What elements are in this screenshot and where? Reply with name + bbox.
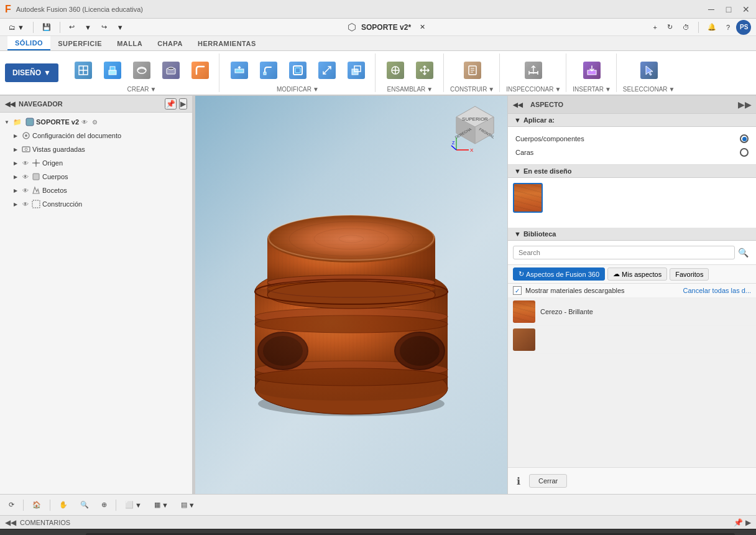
- refresh-button[interactable]: ↻: [663, 21, 676, 34]
- shell-button[interactable]: [284, 55, 311, 86]
- move-button[interactable]: [411, 55, 438, 86]
- tab-favoritos[interactable]: Favoritos: [670, 268, 709, 281]
- display-mode-button[interactable]: ⬜ ▼: [121, 498, 145, 513]
- tree-arrow-cuerpos: ▶: [11, 172, 20, 181]
- close-button[interactable]: ✕: [741, 4, 751, 14]
- tab-chapa[interactable]: CHAPA: [150, 36, 190, 50]
- tl-play-button[interactable]: ▶: [37, 533, 51, 536]
- cancel-download-link[interactable]: Cancelar todas las d...: [683, 287, 751, 294]
- svg-point-7: [168, 67, 174, 70]
- fillet2-button[interactable]: [255, 55, 282, 86]
- new-component-button[interactable]: [70, 55, 97, 86]
- save-button[interactable]: 💾: [39, 21, 55, 34]
- tree-item-soporte[interactable]: ▼ 📁 SOPORTE v2 👁 ⚙: [0, 115, 192, 129]
- redo-button[interactable]: ↪: [98, 21, 111, 34]
- tree-vis-eye-bocetos[interactable]: 👁: [21, 186, 30, 195]
- home-view-button[interactable]: 🏠: [29, 498, 45, 513]
- tl-first-button[interactable]: ⏮: [5, 533, 19, 536]
- navigator-more-button[interactable]: ▶: [179, 98, 187, 109]
- fillet-button[interactable]: [187, 55, 214, 86]
- cerrar-button[interactable]: Cerrar: [529, 474, 567, 488]
- profile-button[interactable]: PS: [736, 20, 751, 35]
- notifications-button[interactable]: 🔔: [704, 21, 720, 34]
- tl-prev-button[interactable]: ◀: [21, 533, 35, 536]
- zoom-button[interactable]: 🔍: [76, 498, 93, 513]
- close-document-button[interactable]: ✕: [416, 21, 429, 34]
- maximize-button[interactable]: □: [724, 4, 734, 14]
- undo-dropdown[interactable]: ▼: [81, 21, 95, 34]
- scale-button[interactable]: [313, 55, 341, 86]
- aplicar-section-header[interactable]: ▼ Aplicar a:: [508, 114, 756, 127]
- file-menu-button[interactable]: 🗂 ▼: [5, 21, 28, 34]
- tl-next-button[interactable]: ▶▶: [53, 533, 67, 536]
- tree-item-bocetos[interactable]: ▶ 👁 Bocetos: [0, 184, 192, 197]
- comments-expand-button[interactable]: ▶: [745, 518, 751, 527]
- comments-pin-button[interactable]: 📌: [734, 518, 743, 527]
- pan-button[interactable]: ✋: [55, 498, 71, 513]
- tab-mis-aspectos[interactable]: ☁ Mis aspectos: [607, 268, 667, 281]
- measure-button[interactable]: [520, 55, 547, 86]
- undo-button[interactable]: ↩: [65, 21, 78, 34]
- tree-item-cuerpos[interactable]: ▶ 👁 Cuerpos: [0, 170, 192, 184]
- grid-button[interactable]: ▦ ▼: [150, 498, 172, 513]
- design-material-thumb[interactable]: [513, 183, 543, 213]
- tab-malla[interactable]: MALLA: [109, 36, 150, 50]
- diseno-section-header[interactable]: ▼ En este diseño: [508, 165, 756, 178]
- tree-item-vistas[interactable]: ▶ Vistas guardadas: [0, 142, 192, 156]
- minimize-button[interactable]: ─: [706, 4, 716, 14]
- joint-button[interactable]: [382, 55, 409, 86]
- navigator-collapse-icon[interactable]: ◀◀: [5, 100, 15, 108]
- press-pull-button[interactable]: [226, 55, 253, 86]
- search-input[interactable]: [513, 246, 735, 259]
- orbit-button[interactable]: ⟳: [5, 498, 18, 513]
- navigator-pin-button[interactable]: 📌: [165, 98, 177, 109]
- main-layout: ◀◀ NAVEGADOR 📌 ▶ ▼ 📁 SOPORTE v2 👁 ⚙ ▶: [0, 96, 756, 494]
- fit-button[interactable]: ⊕: [98, 498, 111, 513]
- tab-solido[interactable]: SÓLIDO: [7, 36, 50, 50]
- help-button[interactable]: ?: [722, 21, 734, 34]
- tl-settings-button[interactable]: ⚙: [737, 533, 751, 536]
- diseno-button[interactable]: DISEÑO ▼: [5, 63, 58, 82]
- tree-vis-eye-origen[interactable]: 👁: [21, 159, 30, 167]
- tree-item-config[interactable]: ▶ Configuración del documento: [0, 129, 192, 142]
- add-tab-button[interactable]: +: [649, 21, 660, 34]
- info-button[interactable]: ℹ: [513, 474, 524, 488]
- material-item-cerezo[interactable]: Cerezo - Brillante: [508, 298, 756, 326]
- revolve-button[interactable]: [128, 55, 155, 86]
- extrude-button[interactable]: [99, 55, 126, 86]
- tree-item-construccion[interactable]: ▶ 👁 Construcción: [0, 197, 192, 211]
- tab-herramientas[interactable]: HERRAMIENTAS: [190, 36, 264, 50]
- tl-last-button[interactable]: ⏭: [70, 533, 83, 536]
- select-button[interactable]: [635, 55, 663, 86]
- aspecto-panel: ◀◀ ASPECTO ▶▶ ▼ Aplicar a: Cuerpos/compo…: [507, 96, 756, 494]
- biblioteca-section-header[interactable]: ▼ Biblioteca: [508, 228, 756, 241]
- design-materials-grid: [508, 178, 756, 228]
- radio-cuerpos[interactable]: [740, 134, 749, 143]
- tree-vis-settings[interactable]: ⚙: [90, 118, 99, 126]
- history-button[interactable]: ⏱: [679, 21, 693, 34]
- timeline-track[interactable]: [86, 533, 735, 536]
- navigator-toggle-button[interactable]: ◀◀: [5, 518, 16, 527]
- material-item-2[interactable]: [508, 326, 756, 354]
- hole-button[interactable]: [157, 55, 185, 86]
- tree-vis-eye-cuerpos[interactable]: 👁: [21, 172, 30, 181]
- search-button[interactable]: 🔍: [735, 244, 751, 261]
- 3d-viewport[interactable]: SUPERIOR FRONTAL DERECHA X Z: [195, 96, 507, 494]
- tab-superficie[interactable]: SUPERFICIE: [50, 36, 109, 50]
- tree-vis-eye[interactable]: 👁: [80, 118, 89, 126]
- tree-vis-eye-construccion[interactable]: 👁: [21, 200, 30, 208]
- nav-cube[interactable]: SUPERIOR FRONTAL DERECHA X Z: [450, 103, 500, 153]
- construir-button[interactable]: [459, 55, 486, 86]
- panel-more-button[interactable]: ▶▶: [739, 98, 751, 111]
- panel-collapse-icon[interactable]: ◀◀: [513, 101, 523, 108]
- combine-button[interactable]: +: [343, 55, 370, 86]
- tree-item-origen[interactable]: ▶ 👁 Origen: [0, 156, 192, 170]
- env-button[interactable]: ▤ ▼: [177, 498, 199, 513]
- radio-caras[interactable]: [740, 148, 749, 157]
- timeline-bar: ⏮ ◀ ▶ ▶▶ ⏭ ⚙: [0, 529, 756, 535]
- redo-dropdown[interactable]: ▼: [113, 21, 127, 34]
- insert-button[interactable]: [578, 55, 606, 86]
- aspecto-title: ASPECTO: [530, 101, 563, 108]
- download-checkbox[interactable]: [513, 286, 522, 295]
- tab-fusion-aspectos[interactable]: ↻ Aspectos de Fusion 360: [513, 268, 605, 281]
